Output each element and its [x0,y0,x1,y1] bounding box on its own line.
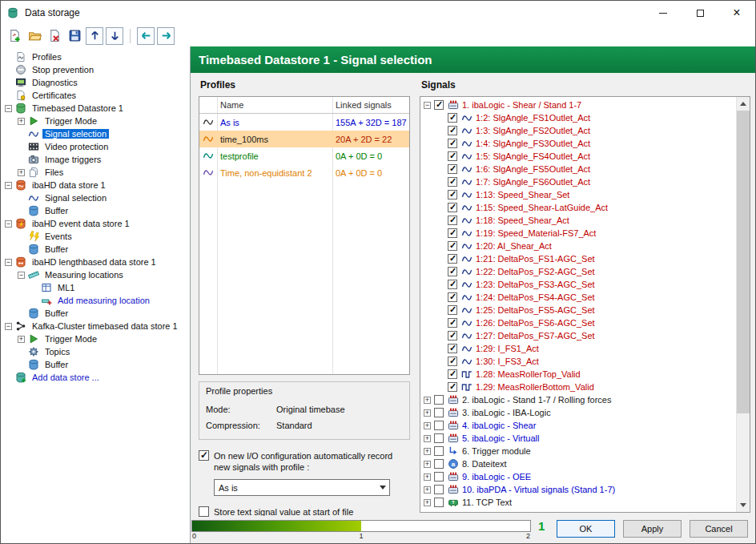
profile-select[interactable]: As is [214,479,390,496]
signal-row[interactable]: 1:15: Speed_Shear-LatGuide_Act [424,201,736,214]
signal-row[interactable]: 1:5: SlgAngle_FS4Outlet_Act [424,150,736,163]
sidebar-item-buffer[interactable]: Buffer [1,204,190,217]
signal-row[interactable]: 1:30: I_FS3_Act [424,355,736,368]
signal-group-checkbox[interactable] [434,421,444,430]
signal-checkbox[interactable] [448,318,457,328]
auto-record-checkbox[interactable] [199,450,209,461]
signal-group-checkbox[interactable] [434,395,444,405]
sidebar-item-buffer[interactable]: Buffer [1,243,190,256]
sidebar-item-measuring-locations[interactable]: −Measuring locations [1,268,190,281]
signal-group-row[interactable]: +5. ibaLogic - Virtuall [424,432,736,445]
signal-row[interactable]: 1:3: SlgAngle_FS2Outlet_Act [424,124,736,137]
signal-row[interactable]: 1:21: DeltaPos_FS1-AGC_Set [424,252,736,265]
open-file-button[interactable] [26,27,43,45]
cancel-button[interactable]: Cancel [690,520,748,538]
sidebar-item-topics[interactable]: Topics [1,345,190,358]
collapse-icon[interactable]: − [18,272,25,279]
apply-button[interactable]: Apply [623,520,682,538]
signal-group-row[interactable]: +4. ibaLogic - Shear [424,419,736,432]
sidebar-item-stop-prevention[interactable]: Stop prevention [1,63,190,76]
sidebar-item-profiles[interactable]: Profiles [1,50,190,63]
sidebar-item-trigger-mode[interactable]: +Trigger Mode [1,115,190,127]
collapse-icon[interactable]: − [5,182,12,189]
ok-button[interactable]: OK [557,520,615,538]
sidebar-item-ibahd-lengthbased-data-store-1[interactable]: −ibaHD lengthbased data store 1 [1,256,190,268]
signal-checkbox[interactable] [448,164,457,174]
signal-row[interactable]: 1:23: DeltaPos_FS3-AGC_Set [424,278,736,291]
close-button[interactable]: × [718,1,755,25]
signal-checkbox[interactable] [448,292,457,302]
signal-group-checkbox[interactable] [434,446,444,456]
signal-row[interactable]: 1:20: AI_Shear_Act [424,240,736,252]
signal-checkbox[interactable] [448,267,457,276]
signal-group-checkbox[interactable] [434,459,444,469]
scroll-down-button[interactable] [737,498,750,512]
expand-icon[interactable]: + [424,422,431,429]
sidebar-item-signal-selection[interactable]: Signal selection [1,127,190,140]
move-down-button[interactable] [106,27,123,45]
sidebar-item-ibahd-event-data-store-1[interactable]: −ibaHD event data store 1 [1,217,190,230]
sidebar-item-signal-selection[interactable]: Signal selection [1,191,190,204]
sidebar-item-buffer[interactable]: Buffer [1,307,190,320]
collapse-icon[interactable]: − [424,102,431,109]
expand-icon[interactable]: + [18,336,25,343]
save-file-button[interactable] [66,27,83,45]
expand-icon[interactable]: + [424,499,431,506]
column-header-linked-signals[interactable]: Linked signals [332,100,409,110]
signal-group-checkbox[interactable] [434,100,444,110]
sidebar-item-add-data-store[interactable]: Add data store ... [1,371,190,384]
signal-row[interactable]: 1:22: DeltaPos_FS2-AGC_Set [424,265,736,278]
signal-row[interactable]: 1:13: Speed_Shear_Set [424,188,736,201]
expand-icon[interactable]: + [424,397,431,404]
nav-back-button[interactable] [137,27,155,45]
signal-checkbox[interactable] [448,344,457,353]
signals-scrollbar[interactable] [736,97,750,512]
delete-profile-button[interactable] [46,27,63,45]
signal-row[interactable]: 1:4: SlgAngle_FS3Outlet_Act [424,137,736,150]
expand-icon[interactable]: + [424,435,431,442]
sidebar-item-timebased-datastore-1[interactable]: −Timebased Datastore 1 [1,102,190,115]
minimize-button[interactable] [645,1,682,25]
store-text-checkbox[interactable] [199,506,209,517]
signal-row[interactable]: 1.28: MeasRollerTop_Valid [424,368,736,381]
column-header-name[interactable]: Name [217,100,332,110]
signal-checkbox[interactable] [448,216,457,225]
sidebar-item-files[interactable]: +Files [1,166,190,179]
profile-row[interactable]: Time, non-equidistant 20A + 0D = 0 [199,164,409,181]
signal-group-row[interactable]: +3. ibaLogic - IBA-Logic [424,406,736,419]
scroll-up-button[interactable] [737,97,750,111]
signal-group-row[interactable]: +9. ibaLogic - OEE [424,470,736,483]
collapse-icon[interactable]: − [5,105,12,112]
signal-checkbox[interactable] [448,254,457,264]
titlebar[interactable]: Data storage × [1,1,755,25]
signal-group-row[interactable]: +6. Trigger module [424,445,736,457]
signal-checkbox[interactable] [448,151,457,161]
sidebar-item-image-triggers[interactable]: Image triggers [1,153,190,166]
signal-row[interactable]: 1:18: Speed_Shear_Act [424,214,736,227]
signal-group-row[interactable]: +T11. TCP Text [424,496,736,509]
signal-row[interactable]: 1:26: DeltaPos_FS6-AGC_Set [424,316,736,329]
sidebar-item-ml1[interactable]: ML1 [1,281,190,294]
signal-checkbox[interactable] [448,203,457,212]
scrollbar-track[interactable] [737,111,750,498]
signal-checkbox[interactable] [448,126,457,135]
signal-row[interactable]: 1:19: Speed_Material-FS7_Act [424,227,736,240]
signal-row[interactable]: 1:27: DeltaPos_FS7-AGC_Set [424,329,736,342]
signal-row[interactable]: 1:29: I_FS1_Act [424,342,736,355]
signal-checkbox[interactable] [448,190,457,199]
signal-group-checkbox[interactable] [434,408,444,417]
profile-row[interactable]: time_100ms20A + 2D = 22 [199,131,409,147]
signal-group-checkbox[interactable] [434,433,444,443]
collapse-icon[interactable]: − [5,323,12,330]
signal-row[interactable]: 1:6: SlgAngle_FS5Outlet_Act [424,163,736,175]
expand-icon[interactable]: + [424,486,431,494]
signal-row[interactable]: 1:24: DeltaPos_FS4-AGC_Set [424,291,736,304]
sidebar-item-diagnostics[interactable]: Diagnostics [1,76,190,89]
signal-group-checkbox[interactable] [434,485,444,494]
signal-checkbox[interactable] [448,228,457,238]
auto-record-option[interactable]: On new I/O configuration automatically r… [199,450,410,473]
expand-icon[interactable]: + [424,448,431,455]
sidebar-item-add-measuring-location[interactable]: Add measuring location [1,294,190,307]
signal-row[interactable]: 1:2: SlgAngle_FS1Outlet_Act [424,111,736,124]
collapse-icon[interactable]: − [5,259,12,266]
